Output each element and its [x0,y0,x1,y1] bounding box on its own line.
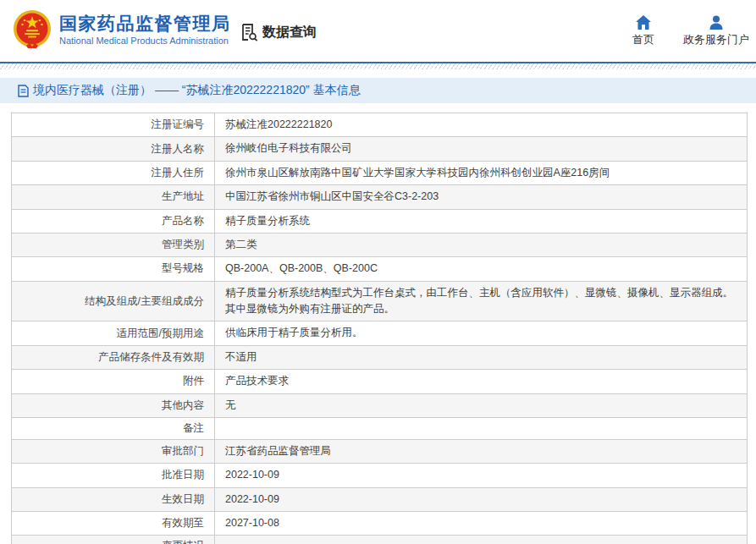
row-value-text: 产品技术要求 [225,375,289,387]
row-label: 注册证编号 [12,113,215,137]
row-label: 生产地址 [12,185,215,209]
row-value: 供临床用于精子质量分析用。 [215,321,748,345]
site-title: 国家药品监督管理局 [59,14,231,34]
row-label-text: 适用范围/预期用途 [117,327,204,339]
table-row: 适用范围/预期用途供临床用于精子质量分析用。 [12,321,748,345]
row-value: 苏械注准20222221820 [215,113,748,137]
header-right-nav: 首页 政务服务门户 [632,15,749,47]
row-value: 精子质量分析系统 [215,209,748,233]
row-label: 其他内容 [12,393,215,417]
row-label: 变更情况 [12,536,215,544]
table-row: 有效期至2027-10-08 [12,512,748,536]
data-query-nav[interactable]: 数据查询 [239,22,317,42]
data-query-label: 数据查询 [262,24,317,41]
row-value: 无 [215,393,748,417]
national-emblem-logo [12,9,52,50]
breadcrumb-text: 境内医疗器械（注册） —— “苏械注准20222221820” 基本信息 [33,83,361,98]
row-value-text: 精子质量分析系统结构型式为工作台桌式，由工作台、主机（含应用软件）、显微镜、摄像… [225,287,733,315]
row-label: 批准日期 [12,464,215,487]
nav-home[interactable]: 首页 [632,15,654,47]
table-row: 批准日期2022-10-09 [12,464,748,487]
row-value: 2022-10-09 [215,487,748,511]
table-row: 生效日期2022-10-09 [12,487,748,511]
row-value-text: 徐州岐伯电子科技有限公司 [225,142,352,154]
row-label-text: 注册人住所 [152,167,205,179]
row-value: 第二类 [215,233,748,256]
table-row: 生产地址中国江苏省徐州市铜山区中国安全谷C3-2-203 [12,185,748,209]
row-label-text: 结构及组成/主要组成成分 [85,295,204,307]
table-row: 产品名称精子质量分析系统 [12,209,748,233]
row-label: 生效日期 [12,487,215,511]
row-label: 备注 [12,417,215,439]
table-row: 结构及组成/主要组成成分精子质量分析系统结构型式为工作台桌式，由工作台、主机（含… [12,281,748,321]
row-label-text: 生效日期 [162,493,204,505]
row-label-text: 其他内容 [162,399,204,411]
breadcrumb: 境内医疗器械（注册） —— “苏械注准20222221820” 基本信息 [0,78,756,103]
row-label: 产品名称 [12,209,215,233]
row-label-text: 有效期至 [162,517,204,529]
row-label: 产品储存条件及有效期 [12,345,215,369]
row-value-text: 不适用 [225,351,257,363]
home-icon [636,15,651,30]
row-label: 注册人名称 [12,137,215,161]
row-value [215,417,748,439]
nav-portal[interactable]: 政务服务门户 [683,15,749,47]
row-value-text: 精子质量分析系统 [225,215,310,227]
table-row: 注册证编号苏械注准20222221820 [12,113,748,137]
user-icon [709,15,724,30]
row-label: 注册人住所 [12,161,215,184]
table-row: 变更情况 [12,536,748,544]
table-row: 型号规格QB-200A、QB-200B、QB-200C [12,257,748,281]
table-row: 其他内容无 [12,393,748,417]
row-value: 产品技术要求 [215,370,748,393]
table-row: 附件产品技术要求 [12,370,748,393]
row-value-text: 第二类 [225,239,257,250]
registration-info-table: 注册证编号苏械注准20222221820注册人名称徐州岐伯电子科技有限公司注册人… [11,113,748,544]
row-label-text: 产品名称 [162,215,204,227]
site-subtitle: National Medical Products Administration [59,36,231,46]
row-value-text: 无 [225,399,236,411]
row-value: 2027-10-08 [215,512,748,536]
document-icon [18,85,29,97]
row-value: 精子质量分析系统结构型式为工作台桌式，由工作台、主机（含应用软件）、显微镜、摄像… [215,281,748,321]
row-value-text: 苏械注准20222221820 [225,118,332,130]
row-label: 结构及组成/主要组成成分 [12,281,215,321]
row-label-text: 型号规格 [162,262,204,274]
table-row: 产品储存条件及有效期不适用 [12,345,748,369]
table-row: 审批部门江苏省药品监督管理局 [12,439,748,463]
row-value-text: QB-200A、QB-200B、QB-200C [225,262,378,274]
row-label: 型号规格 [12,257,215,281]
row-value: QB-200A、QB-200B、QB-200C [215,257,748,281]
table-row: 管理类别第二类 [12,233,748,256]
row-value-text: 供临床用于精子质量分析用。 [225,327,363,338]
site-brand-link[interactable]: 国家药品监督管理局 National Medical Products Admi… [12,9,231,50]
row-label-text: 注册证编号 [152,118,205,130]
row-label: 管理类别 [12,233,215,256]
row-value: 徐州岐伯电子科技有限公司 [215,137,748,161]
row-value: 不适用 [215,345,748,369]
row-label-text: 审批部门 [162,445,204,457]
site-header: 国家药品监督管理局 National Medical Products Admi… [0,0,756,62]
nav-home-label: 首页 [632,32,654,47]
row-value-text: 中国江苏省徐州市铜山区中国安全谷C3-2-203 [225,190,439,202]
row-value-text: 2022-10-09 [225,493,279,505]
table-row: 备注 [12,417,748,439]
row-value: 中国江苏省徐州市铜山区中国安全谷C3-2-203 [215,185,748,209]
hatch-band [0,63,756,69]
row-label-text: 附件 [183,375,204,387]
table-row: 注册人住所徐州市泉山区解放南路中国矿业大学国家大学科技园内徐州科创创业园A座21… [12,161,748,184]
row-value-text: 江苏省药品监督管理局 [225,445,331,457]
row-value-text: 2027-10-08 [225,517,279,529]
row-value: 徐州市泉山区解放南路中国矿业大学国家大学科技园内徐州科创创业园A座216房间 [215,161,748,184]
row-label: 适用范围/预期用途 [12,321,215,345]
row-label-text: 管理类别 [162,239,204,250]
row-label: 附件 [12,370,215,393]
row-value-text: 徐州市泉山区解放南路中国矿业大学国家大学科技园内徐州科创创业园A座216房间 [225,167,610,179]
row-label-text: 生产地址 [162,190,204,202]
table-row: 注册人名称徐州岐伯电子科技有限公司 [12,137,748,161]
row-label: 审批部门 [12,439,215,463]
row-label-text: 注册人名称 [152,143,205,155]
row-value [215,536,748,544]
row-label: 有效期至 [12,512,215,536]
nav-portal-label: 政务服务门户 [683,32,749,47]
